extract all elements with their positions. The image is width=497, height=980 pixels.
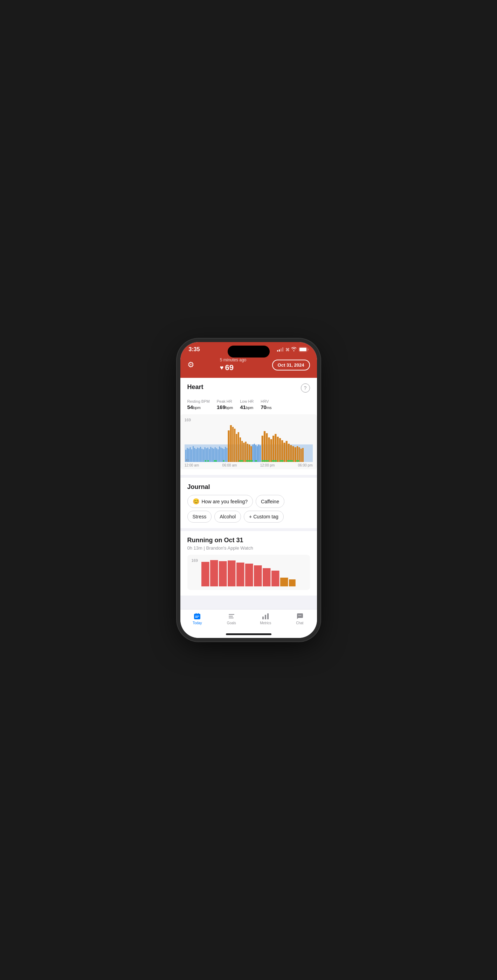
peak-hr-label: Peak HR xyxy=(217,399,233,403)
svg-rect-35 xyxy=(234,429,235,462)
heart-icon: ♥ xyxy=(220,364,224,372)
svg-rect-102 xyxy=(229,617,233,618)
svg-rect-39 xyxy=(241,441,243,462)
svg-rect-8 xyxy=(193,446,194,462)
svg-rect-25 xyxy=(218,449,219,462)
battery-icon xyxy=(299,347,308,352)
resting-bpm-label: Resting BPM xyxy=(187,399,210,403)
bottom-spacer xyxy=(180,598,317,605)
svg-rect-9 xyxy=(194,448,195,462)
heart-rate-value: 69 xyxy=(225,363,233,372)
svg-rect-14 xyxy=(202,449,202,462)
svg-rect-59 xyxy=(279,438,281,462)
resting-bpm-value: 54bpm xyxy=(187,404,210,410)
svg-rect-58 xyxy=(277,437,278,462)
svg-rect-50 xyxy=(260,445,260,462)
svg-rect-99 xyxy=(195,617,198,618)
feeling-tag-button[interactable]: 😊 How are you feeling? xyxy=(187,495,253,508)
svg-rect-53 xyxy=(266,433,268,462)
scroll-content: Heart ? Resting BPM 54bpm Peak HR 169bpm… xyxy=(180,378,317,609)
low-hr-metric: Low HR 41bpm xyxy=(240,399,254,410)
svg-rect-69 xyxy=(300,449,302,462)
custom-tag-button[interactable]: + Custom tag xyxy=(244,511,284,523)
svg-rect-18 xyxy=(207,448,208,462)
svg-rect-90 xyxy=(254,565,262,586)
chat-label: Chat xyxy=(296,621,303,625)
home-indicator-bar xyxy=(180,632,317,638)
svg-rect-66 xyxy=(294,447,296,462)
svg-rect-13 xyxy=(200,447,201,462)
running-title: Running on Oct 31 xyxy=(187,537,310,544)
today-label: Today xyxy=(193,621,202,625)
chart-x-labels: 12:00 am 06:00 am 12:00 pm 06:00 pm xyxy=(184,463,313,467)
heart-card: Heart ? Resting BPM 54bpm Peak HR 169bpm… xyxy=(180,378,317,475)
svg-rect-77 xyxy=(255,460,257,461)
hrv-value: 70ms xyxy=(260,404,272,410)
svg-rect-34 xyxy=(232,427,233,462)
svg-rect-41 xyxy=(245,442,246,462)
tab-metrics[interactable]: Metrics xyxy=(249,612,283,625)
resting-bpm-metric: Resting BPM 54bpm xyxy=(187,399,210,410)
svg-rect-12 xyxy=(198,448,199,462)
caffeine-tag-button[interactable]: Caffeine xyxy=(256,495,284,508)
svg-rect-73 xyxy=(214,460,216,461)
settings-icon[interactable]: ⚙ xyxy=(187,360,194,369)
svg-rect-23 xyxy=(214,447,215,462)
svg-rect-76 xyxy=(246,460,252,461)
chart-x-label-6pm: 06:00 pm xyxy=(298,463,313,467)
svg-rect-28 xyxy=(222,448,223,462)
alcohol-tag-button[interactable]: Alcohol xyxy=(214,511,241,523)
tab-today[interactable]: Today xyxy=(180,612,215,625)
svg-rect-36 xyxy=(236,434,237,462)
stress-label: Stress xyxy=(193,514,206,519)
svg-rect-71 xyxy=(205,460,206,461)
svg-rect-57 xyxy=(275,434,276,462)
svg-rect-63 xyxy=(287,444,289,462)
dynamic-island xyxy=(228,345,270,358)
low-hr-value: 41bpm xyxy=(240,404,254,410)
journal-tags: 😊 How are you feeling? Caffeine Stress A… xyxy=(187,495,310,523)
goals-icon xyxy=(228,612,235,620)
svg-rect-37 xyxy=(237,432,239,462)
svg-rect-1 xyxy=(300,348,306,351)
hrv-metric: HRV 70ms xyxy=(260,399,272,410)
stress-tag-button[interactable]: Stress xyxy=(187,511,212,523)
svg-rect-20 xyxy=(210,447,211,462)
svg-rect-67 xyxy=(296,446,298,462)
svg-rect-26 xyxy=(219,447,220,462)
peak-hr-value: 169bpm xyxy=(217,404,233,410)
wifi-icon: ⌘ xyxy=(286,347,296,352)
svg-rect-82 xyxy=(296,460,299,461)
heart-help-button[interactable]: ? xyxy=(301,383,310,393)
svg-rect-48 xyxy=(257,446,258,462)
app-header: ⚙ 5 minutes ago ♥ 69 Oct 31, 2024 xyxy=(180,355,317,378)
goals-label: Goals xyxy=(227,621,236,625)
heart-metrics: Resting BPM 54bpm Peak HR 169bpm Low HR … xyxy=(187,399,310,410)
svg-rect-85 xyxy=(210,560,218,586)
svg-rect-27 xyxy=(220,448,221,462)
phone-shell: 3:35 ⌘ xyxy=(180,342,317,638)
svg-rect-75 xyxy=(238,460,243,461)
svg-rect-60 xyxy=(281,440,283,462)
svg-rect-46 xyxy=(254,444,255,462)
low-hr-label: Low HR xyxy=(240,399,254,403)
svg-rect-95 xyxy=(194,614,200,619)
chart-x-label-midnight: 12:00 am xyxy=(184,463,199,467)
svg-rect-11 xyxy=(197,448,198,462)
svg-rect-49 xyxy=(258,444,259,462)
svg-rect-97 xyxy=(198,613,198,614)
heart-chart-container: 169 xyxy=(180,414,317,469)
custom-tag-label: + Custom tag xyxy=(249,514,278,519)
svg-rect-106 xyxy=(267,613,268,619)
date-button[interactable]: Oct 31, 2024 xyxy=(272,360,310,371)
svg-rect-81 xyxy=(287,460,293,461)
svg-rect-43 xyxy=(249,444,250,462)
svg-rect-79 xyxy=(272,460,277,461)
svg-rect-105 xyxy=(265,615,266,619)
tab-chat[interactable]: Chat xyxy=(283,612,317,625)
tab-goals[interactable]: Goals xyxy=(214,612,249,625)
svg-rect-19 xyxy=(209,449,210,462)
svg-rect-70 xyxy=(302,448,303,462)
svg-point-109 xyxy=(300,615,301,616)
svg-rect-89 xyxy=(245,563,253,586)
